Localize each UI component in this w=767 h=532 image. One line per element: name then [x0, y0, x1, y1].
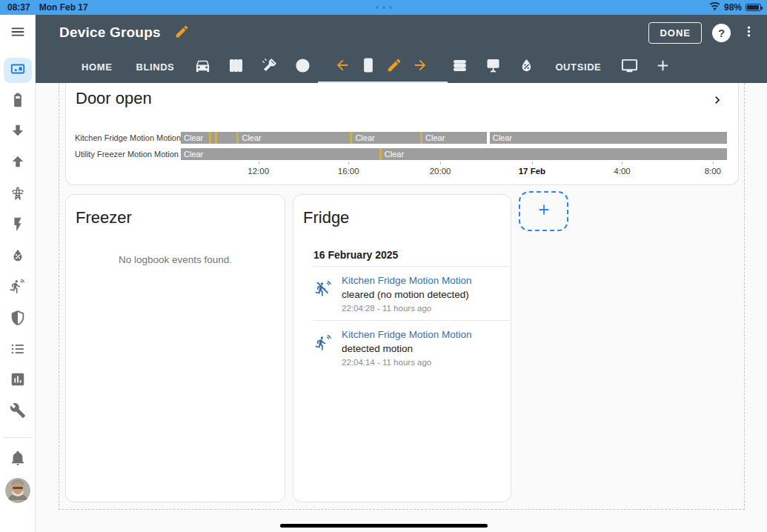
dots-vertical-icon [741, 24, 757, 42]
timeline-row: Kitchen Fridge Motion MotionClearClearCl… [75, 132, 727, 144]
logbook-entries: Kitchen Fridge Motion Motion cleared (no… [293, 266, 511, 374]
freezer-card-title: Freezer [76, 208, 132, 227]
page-title: Device Groups [59, 24, 161, 41]
sidebar [0, 15, 36, 532]
hamburger-icon [10, 24, 26, 43]
axis-tick [440, 162, 441, 164]
move-tab-left-button[interactable] [334, 57, 351, 76]
axis-tick-label: 8:00 [705, 167, 721, 176]
motion-sensor-icon [10, 278, 26, 297]
motion-sensor-icon [315, 328, 334, 367]
timeline-segment-clear[interactable]: Clear [181, 148, 379, 160]
chevron-right-icon[interactable] [710, 93, 725, 110]
home-indicator[interactable] [280, 524, 488, 528]
status-time: 08:37 [7, 2, 30, 13]
fridge-card-title: Fridge [303, 208, 349, 227]
tab-radiator[interactable] [443, 50, 477, 83]
arrow-down-bold-icon [10, 122, 26, 142]
todo-list-icon [10, 341, 26, 360]
sidebar-item-arrow-up[interactable] [4, 150, 32, 176]
door-open-card: Door open Kitchen Fridge Motion MotionCl… [65, 83, 739, 185]
overflow-menu-button[interactable] [741, 24, 757, 42]
add-card-button[interactable] [519, 191, 568, 231]
wifi-icon [709, 1, 720, 14]
sidebar-item-humidity[interactable] [4, 245, 32, 270]
tab-outside[interactable]: OUTSIDE [543, 50, 613, 83]
sidebar-item-energy[interactable] [4, 213, 32, 239]
sidebar-item-history[interactable] [4, 368, 32, 393]
sidebar-item-notifications[interactable] [4, 447, 32, 472]
entry-time: 22:04:14 - 11 hours ago [342, 358, 472, 367]
logbook-entry: Kitchen Fridge Motion Motion detected mo… [293, 321, 511, 374]
timeline-segment-clear[interactable]: Clear [239, 132, 350, 144]
sidebar-item-security[interactable] [4, 307, 32, 332]
timeline-segment-clear[interactable]: Clear [490, 132, 727, 144]
sidebar-item-battery[interactable] [4, 89, 32, 114]
tab-car[interactable] [186, 50, 219, 83]
axis-tick [348, 162, 349, 164]
tab-blinds-vertical[interactable] [219, 50, 253, 83]
freezer-card: Freezer No logbook events found. [65, 194, 285, 502]
sidebar-item-devices[interactable] [4, 58, 32, 83]
ios-status-bar: 08:37 Mon Feb 17 98% [0, 0, 767, 15]
chart-box-icon [10, 371, 26, 390]
axis-tick-label: 17 Feb [519, 167, 545, 176]
timeline-bar: ClearClear [181, 148, 727, 160]
water-percent-tab-icon [518, 57, 535, 77]
dashboard-content: Door open Kitchen Fridge Motion MotionCl… [36, 83, 767, 532]
edit-tab-button[interactable] [386, 57, 402, 76]
battery-icon [746, 4, 761, 11]
entity-link[interactable]: Kitchen Fridge Motion Motion [342, 328, 472, 342]
timeline-entity-label: Utility Freezer Motion Motion [75, 150, 181, 159]
timeline-entity-label: Kitchen Fridge Motion Motion [75, 133, 181, 142]
timeline-segment-clear[interactable]: Clear [352, 132, 419, 144]
multitask-dots-icon [376, 6, 392, 9]
door-card-title: Door open [76, 89, 152, 108]
tab-home[interactable]: HOME [70, 50, 124, 83]
water-percent-icon [10, 247, 26, 267]
timeline-row: Utility Freezer Motion MotionClearClear [75, 148, 727, 160]
status-date: Mon Feb 17 [39, 2, 88, 13]
edit-title-button[interactable] [174, 24, 190, 42]
fridge-icon [360, 57, 376, 76]
tab-solar-panel[interactable] [477, 50, 510, 83]
done-button[interactable]: DONE [648, 22, 702, 44]
axis-tick-label: 12:00 [248, 167, 269, 176]
battery-state-icon [10, 92, 26, 111]
sidebar-item-arrow-down[interactable] [4, 119, 32, 144]
axis-tick-label: 16:00 [338, 167, 359, 176]
sidebar-item-todo[interactable] [4, 338, 32, 363]
sidebar-item-motion[interactable] [4, 275, 32, 300]
tab-add[interactable] [646, 50, 680, 83]
logbook-entry: Kitchen Fridge Motion Motion cleared (no… [293, 267, 511, 320]
sidebar-menu-button[interactable] [4, 21, 32, 46]
timeline-segment-clear[interactable]: Clear [382, 148, 727, 160]
move-tab-right-button[interactable] [412, 57, 428, 76]
help-button[interactable]: ? [712, 24, 731, 42]
axis-tick-label: 20:00 [430, 167, 451, 176]
plus-icon [654, 57, 671, 77]
add-card-plus-icon [536, 202, 552, 221]
axis-tick [713, 162, 714, 164]
timeline-segment-clear[interactable] [217, 132, 236, 144]
tab-fridge-active[interactable] [325, 50, 437, 83]
timeline-bar: ClearClearClearClearClear [181, 132, 727, 144]
tab-ev-charger[interactable] [286, 50, 319, 83]
tab-flashlight[interactable] [253, 50, 286, 83]
axis-tick [622, 162, 622, 164]
tab-tv[interactable] [613, 50, 646, 83]
entity-link[interactable]: Kitchen Fridge Motion Motion [342, 274, 472, 288]
user-avatar[interactable] [5, 478, 30, 503]
tab-blinds[interactable]: BLINDS [124, 50, 186, 83]
sidebar-item-grid[interactable] [4, 182, 32, 207]
transmission-tower-icon [10, 185, 26, 205]
empty-logbook-text: No logbook events found. [66, 254, 285, 265]
app-header: Device Groups DONE ? [36, 15, 767, 50]
sidebar-item-devtools[interactable] [4, 399, 32, 425]
bell-icon [10, 450, 26, 469]
tab-water[interactable] [510, 50, 543, 83]
motion-sensor-off-icon [315, 274, 334, 313]
timeline-axis: 12:0016:0020:0017 Feb4:008:00 [181, 162, 727, 182]
timeline-segment-clear[interactable]: Clear [181, 132, 209, 144]
timeline-segment-clear[interactable]: Clear [422, 132, 487, 144]
